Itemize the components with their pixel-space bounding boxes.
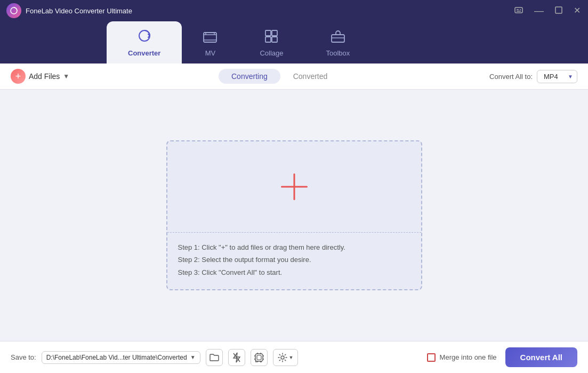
converting-tab[interactable]: Converting	[219, 69, 280, 84]
svg-rect-12	[265, 30, 271, 36]
merge-checkbox-area: Merge into one file	[427, 353, 497, 362]
svg-point-31	[281, 356, 284, 359]
convert-all-to: Convert All to: MP4 MKV AVI MOV WMV	[489, 70, 577, 83]
minimize-button[interactable]: —	[533, 5, 545, 17]
svg-rect-20	[257, 355, 261, 360]
step-3-text: Step 3: Click "Convert All" to start.	[178, 266, 410, 279]
tab-collage[interactable]: Collage	[238, 22, 304, 64]
add-files-dropdown-arrow: ▼	[63, 73, 69, 80]
app-logo	[6, 3, 21, 18]
collage-icon	[265, 30, 278, 46]
mv-icon	[203, 32, 217, 46]
path-dropdown-arrow: ▼	[190, 354, 196, 360]
merge-checkbox[interactable]	[427, 353, 436, 362]
format-select-wrapper[interactable]: MP4 MKV AVI MOV WMV	[537, 70, 577, 83]
app-title: FoneLab Video Converter Ultimate	[26, 7, 132, 15]
convert-all-to-label: Convert All to:	[489, 73, 533, 81]
drop-zone-steps: Step 1: Click "+" to add files or drag t…	[167, 232, 421, 289]
svg-rect-15	[272, 37, 277, 42]
close-button[interactable]: ✕	[573, 5, 582, 16]
maximize-button[interactable]	[553, 5, 564, 17]
svg-rect-13	[272, 30, 277, 36]
toolbox-tab-label: Toolbox	[326, 49, 350, 57]
merge-label: Merge into one file	[440, 353, 497, 361]
flash-off-button[interactable]	[228, 349, 245, 366]
drop-zone-plus-icon	[281, 173, 308, 200]
svg-rect-19	[255, 354, 263, 361]
svg-rect-14	[265, 37, 271, 42]
save-path-select[interactable]: D:\FoneLab\FoneLab Vid...ter Ultimate\Co…	[42, 351, 200, 364]
sub-header: + Add Files ▼ Converting Converted Conve…	[0, 64, 588, 90]
hardware-accel-button[interactable]	[251, 349, 268, 366]
save-path-text: D:\FoneLab\FoneLab Vid...ter Ultimate\Co…	[46, 354, 187, 361]
step-2-text: Step 2: Select the output format you des…	[178, 253, 410, 266]
title-bar: FoneLab Video Converter Ultimate — ✕	[0, 0, 588, 21]
content-area: Step 1: Click "+" to add files or drag t…	[0, 90, 588, 341]
svg-rect-5	[555, 7, 562, 13]
nav-tabs: Converter MV Collage	[0, 21, 588, 64]
tab-mv[interactable]: MV	[182, 25, 238, 64]
save-to-label: Save to:	[11, 353, 36, 361]
bottom-bar: Save to: D:\FoneLab\FoneLab Vid...ter Ul…	[0, 341, 588, 373]
sub-tabs: Converting Converted	[69, 69, 489, 84]
tab-converter[interactable]: Converter	[107, 21, 182, 64]
bottom-right: Merge into one file Convert All	[427, 347, 577, 367]
drop-zone[interactable]: Step 1: Click "+" to add files or drag t…	[166, 140, 422, 290]
converted-tab[interactable]: Converted	[280, 69, 341, 84]
folder-browse-button[interactable]	[206, 349, 223, 366]
converter-icon	[138, 29, 151, 46]
svg-rect-16	[332, 35, 344, 42]
toolbox-icon	[331, 30, 345, 46]
add-files-circle-icon: +	[11, 69, 26, 84]
add-files-button[interactable]: + Add Files ▼	[11, 69, 69, 84]
step-1-text: Step 1: Click "+" to add files or drag t…	[178, 241, 410, 253]
main-content: + Add Files ▼ Converting Converted Conve…	[0, 64, 588, 373]
drop-zone-icon-area[interactable]	[167, 141, 421, 232]
svg-rect-1	[515, 7, 522, 13]
captions-button[interactable]	[513, 4, 525, 18]
tab-toolbox[interactable]: Toolbox	[305, 22, 372, 64]
collage-tab-label: Collage	[260, 49, 283, 57]
settings-dropdown-arrow: ▼	[289, 355, 294, 360]
settings-button[interactable]: ▼	[273, 349, 299, 366]
converter-tab-label: Converter	[128, 49, 160, 57]
convert-all-button[interactable]: Convert All	[505, 347, 577, 367]
add-files-label: Add Files	[29, 72, 60, 81]
mv-tab-label: MV	[205, 49, 216, 57]
format-select[interactable]: MP4 MKV AVI MOV WMV	[537, 70, 577, 83]
